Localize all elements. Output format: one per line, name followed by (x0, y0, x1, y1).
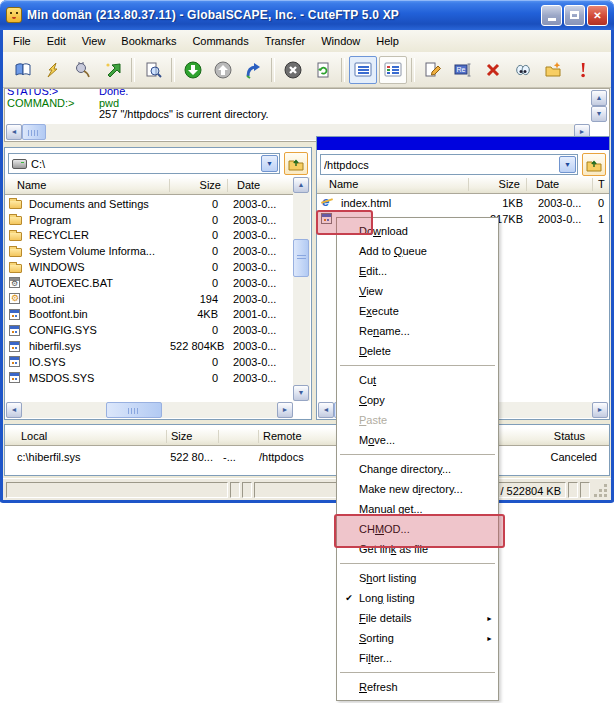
file-row[interactable]: Program 0 2003-0... (5, 212, 294, 228)
column-header-date[interactable]: Date (527, 178, 593, 191)
file-row[interactable]: boot.ini 194 2003-0... (5, 291, 294, 307)
context-menu-item[interactable]: Edit... (337, 261, 498, 281)
file-row[interactable]: Documents and Settings 0 2003-0... (5, 196, 294, 212)
site-manager-button[interactable] (8, 55, 38, 85)
file-row[interactable]: index.html 1KB 2003-0... 0 (317, 195, 609, 211)
local-pane: C:\ ▼ Name Size Date Documents and Set (4, 147, 312, 420)
urgent-button[interactable] (568, 55, 598, 85)
context-menu-item[interactable]: ✔ Long listing (337, 588, 498, 608)
local-path-combo[interactable]: C:\ ▼ (8, 153, 280, 174)
file-row[interactable]: hiberfil.sys 522 804KB 2003-0... (5, 338, 294, 354)
file-icon (9, 341, 20, 352)
queue-row[interactable]: c:\hiberfil.sys 522 80... -... /httpdocs… (5, 449, 609, 465)
transfer-button[interactable] (238, 55, 268, 85)
menubar-item[interactable]: Transfer (257, 32, 314, 50)
minimize-button[interactable] (541, 5, 562, 26)
file-row[interactable]: IO.SYS 0 2003-0... (5, 354, 294, 370)
file-row[interactable]: AUTOEXEC.BAT 0 2003-0... (5, 275, 294, 291)
menubar-item[interactable]: Help (368, 32, 407, 50)
context-menu-item[interactable] (337, 450, 498, 459)
context-menu-item[interactable]: Change directory... (337, 459, 498, 479)
connect-button[interactable] (38, 55, 68, 85)
context-menu-item[interactable]: Add to Queue (337, 241, 498, 261)
column-header-date[interactable]: Date (228, 179, 294, 192)
combo-dropdown-arrow[interactable]: ▼ (261, 155, 278, 172)
scroll-right-arrow[interactable]: ► (277, 402, 293, 418)
remote-path-combo[interactable]: /httpdocs ▼ (320, 154, 578, 175)
reconnect-button[interactable] (68, 55, 98, 85)
delete-button[interactable] (478, 55, 508, 85)
refresh-button[interactable] (308, 55, 338, 85)
title-bar[interactable]: Min domän (213.80.37.11) - GlobalSCAPE, … (0, 0, 614, 30)
scroll-left-arrow[interactable]: ◄ (6, 402, 22, 418)
combo-dropdown-arrow[interactable]: ▼ (559, 156, 576, 173)
menubar-item[interactable]: Bookmarks (113, 32, 184, 50)
menubar-item[interactable]: Commands (184, 32, 256, 50)
rename-button[interactable]: Re (448, 55, 478, 85)
file-row[interactable]: CONFIG.SYS 0 2003-0... (5, 322, 294, 338)
context-menu-item[interactable]: Rename... (337, 321, 498, 341)
scroll-left-arrow[interactable]: ◄ (6, 124, 22, 140)
menubar-item[interactable]: File (5, 32, 39, 50)
context-menu-item[interactable]: Cut (337, 370, 498, 390)
resize-grip[interactable] (592, 482, 608, 498)
close-button[interactable]: ✕ (587, 5, 608, 26)
local-folder-up-button[interactable] (284, 152, 308, 175)
column-header-name[interactable]: Name (5, 179, 170, 192)
menubar-item[interactable]: View (74, 32, 114, 50)
context-menu-item[interactable]: Filter... (337, 648, 498, 668)
scroll-down-arrow[interactable]: ▼ (293, 385, 309, 401)
maximize-button[interactable] (564, 5, 585, 26)
upload-button[interactable] (208, 55, 238, 85)
scroll-left-arrow[interactable]: ◄ (318, 402, 334, 418)
download-button[interactable] (178, 55, 208, 85)
column-header-size[interactable]: Size (469, 178, 527, 191)
column-header-local[interactable]: Local (17, 430, 167, 443)
folder-up-icon (288, 157, 304, 171)
scroll-thumb[interactable] (106, 402, 162, 418)
column-header-size[interactable]: Size (167, 430, 219, 443)
column-header-size[interactable]: Size (170, 179, 228, 192)
context-menu-item[interactable]: View (337, 281, 498, 301)
file-row[interactable]: System Volume Informa... 0 2003-0... (5, 243, 294, 259)
disconnect-button[interactable] (98, 55, 128, 85)
context-menu-item[interactable]: Execute (337, 301, 498, 321)
context-menu-item[interactable] (337, 668, 498, 677)
stop-button[interactable] (278, 55, 308, 85)
find-button[interactable] (138, 55, 168, 85)
context-menu-item[interactable]: Short listing (337, 568, 498, 588)
file-row[interactable]: WINDOWS 0 2003-0... (5, 259, 294, 275)
context-menu-item[interactable]: Copy (337, 390, 498, 410)
scroll-down-arrow[interactable]: ▼ (591, 106, 607, 122)
menubar-item[interactable]: Edit (39, 32, 74, 50)
context-menu-item[interactable]: Sorting ► (337, 628, 498, 648)
details-view-button[interactable] (379, 56, 407, 84)
column-header-progress[interactable] (219, 430, 259, 443)
view-button[interactable] (508, 55, 538, 85)
column-header-name[interactable]: Name (317, 178, 469, 191)
context-menu-item[interactable]: Refresh (337, 677, 498, 697)
context-menu-item[interactable] (337, 559, 498, 568)
context-menu-item[interactable]: Paste (337, 410, 498, 430)
context-menu-item[interactable]: File details ► (337, 608, 498, 628)
column-header-time[interactable]: T (593, 178, 609, 191)
context-menu-item[interactable]: Make new directory... (337, 479, 498, 499)
remote-folder-up-button[interactable] (582, 153, 606, 176)
app-icon[interactable] (6, 7, 22, 23)
context-menu-item[interactable] (337, 361, 498, 370)
context-menu-item[interactable]: Delete (337, 341, 498, 361)
context-menu-item[interactable]: Move... (337, 430, 498, 450)
file-row[interactable]: Bootfont.bin 4KB 2001-0... (5, 307, 294, 323)
menubar-item[interactable]: Window (313, 32, 368, 50)
scroll-thumb[interactable] (293, 239, 309, 277)
scroll-up-arrow[interactable]: ▲ (591, 90, 607, 106)
scroll-thumb[interactable] (22, 124, 46, 140)
file-row[interactable]: RECYCLER 0 2003-0... (5, 228, 294, 244)
new-folder-button[interactable] (538, 55, 568, 85)
edit-button[interactable] (418, 55, 448, 85)
list-view-button[interactable] (349, 56, 377, 84)
file-row[interactable]: MSDOS.SYS 0 2003-0... (5, 370, 294, 386)
scroll-up-arrow[interactable]: ▲ (293, 177, 309, 193)
scroll-right-arrow[interactable]: ► (592, 402, 608, 418)
scroll-track[interactable] (22, 402, 277, 418)
